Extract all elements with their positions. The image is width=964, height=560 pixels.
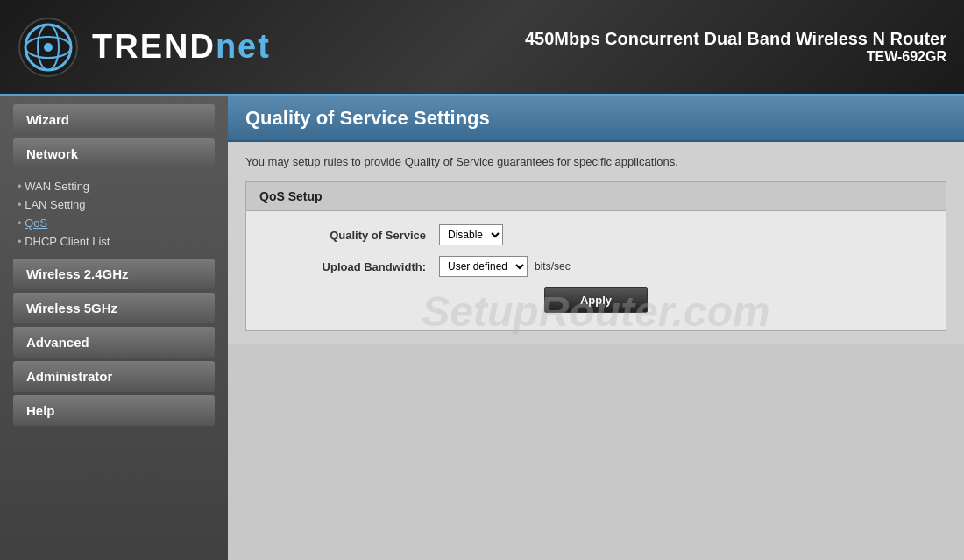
logo-trend: TREND [92, 28, 216, 65]
qos-box-title: QoS Setup [246, 182, 946, 211]
qos-control-upload: User defined 512K 1M 2M 4M 8M bits/sec [439, 256, 571, 277]
product-model: TEW-692GR [525, 49, 946, 65]
qos-row-upload: Upload Bandwidth: User defined 512K 1M 2… [264, 256, 928, 277]
sidebar-btn-wireless5[interactable]: Wireless 5GHz [13, 293, 215, 323]
content-header: Quality of Service Settings [228, 96, 964, 142]
sidebar-item-dhcp[interactable]: DHCP Client List [18, 232, 219, 251]
logo-area: TRENDnet [18, 17, 271, 78]
sidebar-btn-network[interactable]: Network [13, 138, 215, 169]
logo-net: net [216, 28, 271, 65]
qos-row-qos: Quality of Service Disable Enable [264, 224, 928, 245]
page-title: Quality of Service Settings [245, 107, 946, 130]
qos-control-qos: Disable Enable [439, 224, 503, 245]
content-area: Quality of Service Settings You may setu… [228, 96, 964, 560]
logo-text: TRENDnet [92, 28, 271, 66]
product-info: 450Mbps Concurrent Dual Band Wireless N … [525, 29, 946, 65]
sidebar: Wizard Network WAN Setting LAN Setting Q… [0, 96, 228, 560]
main-layout: Wizard Network WAN Setting LAN Setting Q… [0, 96, 964, 560]
sidebar-item-qos[interactable]: QoS [18, 214, 219, 232]
qos-setup-box: QoS Setup Quality of Service Disable Ena… [245, 181, 946, 331]
header: TRENDnet 450Mbps Concurrent Dual Band Wi… [0, 0, 964, 96]
sidebar-btn-help[interactable]: Help [13, 395, 215, 426]
upload-bandwidth-unit: bits/sec [535, 260, 571, 273]
qos-box-body: Quality of Service Disable Enable Upload… [246, 211, 946, 330]
sidebar-btn-wireless24[interactable]: Wireless 2.4GHz [13, 259, 215, 289]
sidebar-item-wan[interactable]: WAN Setting [18, 177, 219, 195]
trendnet-logo-icon [18, 17, 79, 78]
sidebar-btn-administrator[interactable]: Administrator [13, 361, 215, 392]
sidebar-item-lan[interactable]: LAN Setting [18, 195, 219, 214]
upload-bandwidth-select[interactable]: User defined 512K 1M 2M 4M 8M [439, 256, 528, 277]
content-description: You may setup rules to provide Quality o… [245, 155, 946, 168]
qos-label-qos: Quality of Service [264, 229, 439, 242]
quality-of-service-select[interactable]: Disable Enable [439, 224, 503, 245]
product-name: 450Mbps Concurrent Dual Band Wireless N … [525, 29, 946, 49]
qos-label-upload: Upload Bandwidth: [264, 260, 439, 273]
apply-row: Apply [264, 287, 928, 313]
apply-button[interactable]: Apply [544, 287, 648, 313]
network-submenu: WAN Setting LAN Setting QoS DHCP Client … [0, 173, 228, 255]
svg-point-4 [44, 43, 53, 52]
content-body: You may setup rules to provide Quality o… [228, 142, 964, 344]
sidebar-btn-advanced[interactable]: Advanced [13, 327, 215, 358]
sidebar-btn-wizard[interactable]: Wizard [13, 104, 215, 135]
